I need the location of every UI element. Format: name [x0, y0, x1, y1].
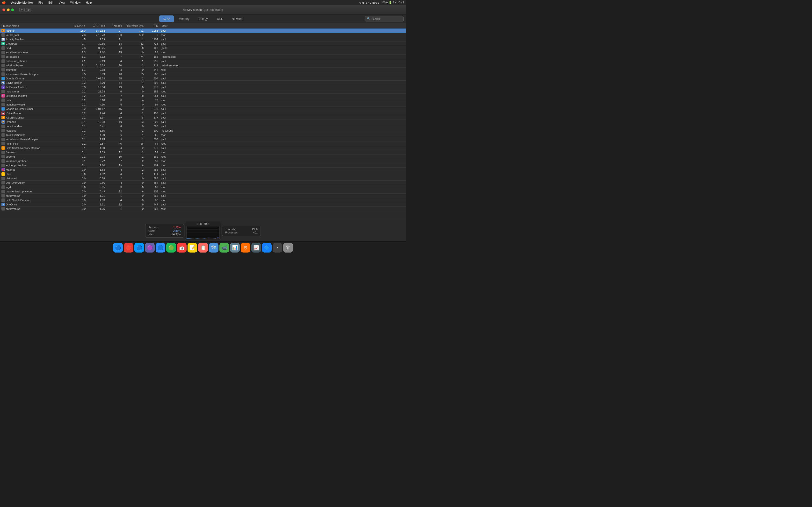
- process-row[interactable]: logd 0.0 3.05 3 0 69 root: [0, 185, 406, 189]
- dock-item-chrome[interactable]: 🔴: [124, 243, 134, 252]
- process-row[interactable]: UserEventAgent 0.0 0.86 4 0 384 paul: [0, 181, 406, 185]
- cpu-time-cell: 1.95: [87, 138, 106, 141]
- menu-help[interactable]: Help: [85, 1, 93, 4]
- pid-cell: 455: [145, 168, 159, 171]
- process-row[interactable]: mobile_backup_server 0.0 0.43 12 6 103 r…: [0, 189, 406, 193]
- process-row[interactable]: mms_mini 0.1 2.87 46 16 64 root: [0, 142, 406, 146]
- user-label: User:: [148, 229, 155, 232]
- process-row[interactable]: 🧲 Magnet 0.0 1.83 4 2 455 paul: [0, 168, 406, 172]
- cpu-cell: 1.1: [68, 64, 87, 67]
- cpu-cell: 0.2: [68, 90, 87, 93]
- process-row[interactable]: mdworker_shared 1.1 2.19 4 1 790 paul: [0, 59, 406, 63]
- process-row[interactable]: 🔧 JetBrains Toolbox 0.2 4.62 7 8 581 pau…: [0, 94, 406, 98]
- menu-window[interactable]: Window: [69, 1, 82, 4]
- process-row[interactable]: 🌐 Google Chrome 0.3 2:01.39 35 2 604 pau…: [0, 76, 406, 80]
- process-row[interactable]: WindowServer 1.1 2:15.59 10 2 219 _windo…: [0, 63, 406, 68]
- process-row[interactable]: jetbrains-toolbox-cef-helper 0.1 1.95 9 …: [0, 137, 406, 142]
- process-row[interactable]: 🔧 JetBrains Toolbox 0.3 18.54 19 6 772 p…: [0, 85, 406, 89]
- process-row[interactable]: launchservicesd 0.2 4.30 5 0 94 root: [0, 102, 406, 107]
- cpu-time-cell: 3.05: [87, 186, 106, 188]
- process-row[interactable]: 📦 Dropbox 0.1 19.38 110 3 509 paul: [0, 120, 406, 124]
- pid-cell: 805: [145, 138, 159, 141]
- threads-cell: 9: [106, 138, 123, 141]
- col-header-process[interactable]: Process Name: [0, 24, 68, 27]
- dock-item-trash[interactable]: 🗑: [283, 243, 293, 252]
- process-icon: 🌙: [1, 172, 5, 176]
- back-button[interactable]: ✕: [19, 8, 24, 12]
- process-row[interactable]: mds 0.2 5.18 8 4 77 root: [0, 98, 406, 102]
- process-row[interactable]: karabiner_grabber 0.1 0.72 7 2 59 root: [0, 159, 406, 163]
- col-header-idle[interactable]: Idle Wake Ups: [123, 24, 145, 27]
- process-row[interactable]: 💬 Skype Helper 0.3 8.70 34 4 695 paul: [0, 80, 406, 85]
- dock-item-xcode[interactable]: 🔷: [262, 243, 272, 252]
- process-row[interactable]: locationd 0.1 1.35 5 2 100 _locationd: [0, 128, 406, 133]
- process-row[interactable]: 🌙 Flux 0.0 1.32 4 1 471 paul: [0, 172, 406, 176]
- col-header-cpu[interactable]: % CPU ▼: [68, 24, 87, 27]
- process-row[interactable]: fseventsd 0.1 2.33 12 2 52 root: [0, 150, 406, 155]
- process-row[interactable]: 🔒 Little Snitch Network Monitor 0.1 4.90…: [0, 146, 406, 150]
- close-button[interactable]: [2, 8, 5, 11]
- tab-network[interactable]: Network: [227, 15, 247, 22]
- process-row[interactable]: 🎮 factorio 13.0 3:32.64 27 741 1083 paul: [0, 29, 406, 33]
- process-row[interactable]: ☁ OneDrive 0.0 2.31 12 9 447 paul: [0, 202, 406, 207]
- col-header-user[interactable]: User: [159, 24, 406, 27]
- dock-item-activity[interactable]: 📊: [230, 243, 240, 252]
- settings-button[interactable]: ⚙: [26, 8, 32, 12]
- dock-item-automator[interactable]: ⚙: [241, 243, 250, 252]
- pid-cell: 52: [145, 151, 159, 154]
- dock-item-teams[interactable]: 🟣: [145, 243, 155, 252]
- process-row[interactable]: Little Snitch Daemon 0.0 1.93 4 0 82 roo…: [0, 198, 406, 202]
- minimize-button[interactable]: [7, 8, 10, 11]
- dock-item-facetime[interactable]: 📹: [219, 243, 229, 252]
- process-row[interactable]: karabiner_observer 1.3 12.10 15 0 56 roo…: [0, 50, 406, 55]
- dock-item-rectangle[interactable]: ▪: [272, 243, 282, 252]
- process-list[interactable]: 🎮 factorio 13.0 3:32.64 27 741 1083 paul…: [0, 29, 406, 220]
- app-name-menu[interactable]: Activity Monitor: [10, 1, 34, 4]
- process-row[interactable]: Location Menu 0.1 0.41 4 0 688 paul: [0, 124, 406, 128]
- process-row[interactable]: airportd 0.1 2.03 10 1 162 root: [0, 155, 406, 159]
- search-box[interactable]: 🔍 Search: [365, 16, 404, 21]
- tab-energy[interactable]: Energy: [194, 15, 212, 22]
- tab-disk[interactable]: Disk: [213, 15, 227, 22]
- dock-item-calendar[interactable]: 📅: [177, 243, 187, 252]
- process-row[interactable]: A Acronis Monitor 0.1 1.97 19 8 577 paul: [0, 115, 406, 120]
- cpu-time-cell: 8.70: [87, 81, 106, 84]
- process-row[interactable]: 💾 IDriveMonitor 0.2 1.44 4 1 458 paul: [0, 111, 406, 115]
- col-header-threads[interactable]: Threads: [106, 24, 123, 27]
- col-header-cputime[interactable]: CPU Time: [87, 24, 106, 27]
- maximize-button[interactable]: [11, 8, 14, 11]
- tab-cpu[interactable]: CPU: [159, 15, 174, 22]
- menu-file[interactable]: File: [38, 1, 44, 4]
- tab-memory[interactable]: Memory: [174, 15, 194, 22]
- process-row[interactable]: hidd 2.3 36.25 6 0 120 _hidd: [0, 46, 406, 50]
- process-row[interactable]: 📊 Activity Monitor 4.5 2.33 11 1 1104 pa…: [0, 37, 406, 42]
- threads-value: 1938: [252, 228, 258, 231]
- process-row[interactable]: active_protection 0.1 2.64 19 6 102 root: [0, 163, 406, 168]
- process-row[interactable]: ☁️ CloudApp 2.7 30.85 14 32 728 paul: [0, 42, 406, 46]
- process-row[interactable]: TouchBarServer 0.1 4.39 6 1 265 root: [0, 133, 406, 137]
- dock-item-maps[interactable]: 🗺: [209, 243, 218, 252]
- process-row[interactable]: distnoted 0.0 0.78 2 0 386 paul: [0, 176, 406, 181]
- dock-item-istat[interactable]: 📈: [251, 243, 261, 252]
- pid-cell: 447: [145, 203, 159, 206]
- process-row[interactable]: jetbrains-toolbox-cef-helper 0.5 8.09 16…: [0, 72, 406, 76]
- apple-logo-icon[interactable]: 🍎: [2, 1, 6, 4]
- dock-item-notes[interactable]: 📝: [188, 243, 197, 252]
- menu-view[interactable]: View: [58, 1, 66, 4]
- idle-cell: 2: [123, 160, 145, 163]
- process-row[interactable]: 🌐 Google Chrome Helper 0.2 2:01.12 15 3 …: [0, 107, 406, 111]
- process-row[interactable]: mds_stores 0.2 21.78 6 0 285 root: [0, 89, 406, 94]
- dock-item-spotify[interactable]: 🟢: [166, 243, 176, 252]
- process-row[interactable]: sysmond 1.1 0.38 3 0 844 root: [0, 68, 406, 72]
- menu-edit[interactable]: Edit: [47, 1, 54, 4]
- process-row[interactable]: dbfseventsd 0.0 1.21 1 0 565 paul: [0, 193, 406, 198]
- cpu-time-cell: 4.90: [87, 147, 106, 150]
- dock-item-reminders[interactable]: 📋: [198, 243, 208, 252]
- dock-item-zoom[interactable]: 🔵: [156, 243, 165, 252]
- process-row[interactable]: coreaudiod 1.1 6.12 7 74 165 _coreaudiod: [0, 55, 406, 59]
- col-header-pid[interactable]: PID: [145, 24, 159, 27]
- process-row[interactable]: dbfseventsd 0.0 1.25 1 0 564 root: [0, 207, 406, 211]
- process-row[interactable]: kernel_task 7.3 2:16.78 190 562 0 root: [0, 33, 406, 37]
- dock-item-skype[interactable]: 🔵: [134, 243, 144, 252]
- dock-item-finder[interactable]: 🔵: [113, 243, 123, 252]
